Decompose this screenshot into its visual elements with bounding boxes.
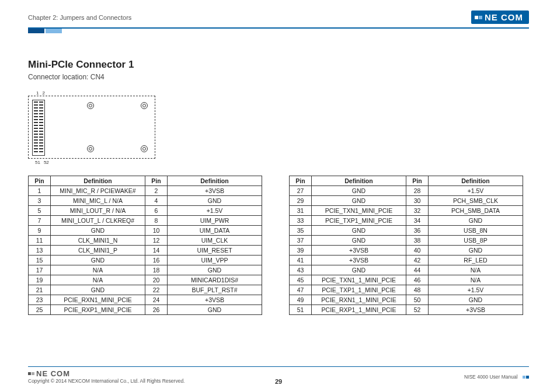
definition-cell: MINICARD1DIS#	[168, 275, 262, 285]
definition-cell: PCH_SMB_DATA	[429, 206, 523, 216]
definition-cell: GND	[312, 236, 406, 246]
pin-cell: 52	[406, 305, 429, 315]
diagram-top-labels: 12	[36, 90, 529, 96]
pin-cell: 48	[406, 285, 429, 295]
pin-cell: 26	[145, 305, 168, 315]
definition-cell: N/A	[51, 275, 145, 285]
table-row: 23PCIE_RXN1_MINI_PCIE24+3VSB	[29, 295, 262, 305]
definition-cell: +1.5V	[429, 186, 523, 196]
table-row: 29GND30PCH_SMB_CLK	[290, 196, 523, 206]
pin-cell: 42	[406, 256, 429, 265]
table-row: 25PCIE_RXP1_MINI_PCIE26GND	[29, 305, 262, 315]
pin-cell: 49	[290, 295, 312, 305]
definition-cell: PCIE_TXP1_1_MINI_PCIE	[312, 285, 406, 295]
definition-cell: GND	[168, 265, 262, 275]
pin-table-left: Pin Definition Pin Definition 1MINI_MIC_…	[28, 176, 262, 315]
pin-cell: 24	[145, 295, 168, 305]
pin-label: 51	[35, 160, 40, 165]
pin-cell: 32	[406, 206, 429, 216]
definition-cell: +3VSB	[168, 186, 262, 196]
connector-icon	[32, 100, 45, 156]
table-row: 51PCIE_RXP1_1_MINI_PCIE52+3VSB	[290, 305, 523, 315]
definition-cell: GND	[429, 295, 523, 305]
th-def: Definition	[312, 176, 406, 186]
definition-cell: USB_8P	[429, 236, 523, 246]
table-row: 17N/A18GND	[29, 265, 262, 275]
pin-cell: 23	[29, 295, 51, 305]
table-row: 49PCIE_RXN1_1_MINI_PCIE50GND	[290, 295, 523, 305]
mounting-hole-icon	[87, 145, 94, 152]
definition-cell: RF_LED	[429, 256, 523, 265]
pin-cell: 9	[29, 226, 51, 236]
pin-cell: 19	[29, 275, 51, 285]
logo-square-icon	[479, 16, 482, 19]
definition-cell: +3VSB	[168, 295, 262, 305]
pin-cell: 14	[145, 246, 168, 256]
pin-label: 2	[42, 90, 48, 96]
pin-cell: 45	[290, 275, 312, 285]
th-pin: Pin	[145, 176, 168, 186]
definition-cell: GND	[312, 265, 406, 275]
definition-cell: UIM_CLK	[168, 236, 262, 246]
pin-cell: 41	[290, 256, 312, 265]
table-row: 9GND10UIM_DATA	[29, 226, 262, 236]
table-row: 33PCIE_TXP1_MINI_PCIE34GND	[290, 216, 523, 226]
chapter-title: Chapter 2: Jumpers and Connectors	[28, 14, 131, 21]
diagram-bottom-labels: 5152	[35, 160, 529, 165]
page-header: Chapter 2: Jumpers and Connectors NE COM	[28, 10, 529, 26]
table-row: 11CLK_MINI1_N12UIM_CLK	[29, 236, 262, 246]
th-def: Definition	[429, 176, 523, 186]
table-row: 47PCIE_TXP1_1_MINI_PCIE48+1.5V	[290, 285, 523, 295]
brand-logo: NE COM	[471, 10, 529, 24]
pin-cell: 37	[290, 236, 312, 246]
pin-cell: 30	[406, 196, 429, 206]
th-def: Definition	[168, 176, 262, 186]
pin-cell: 5	[29, 206, 51, 216]
logo-square-icon	[28, 372, 31, 375]
pin-cell: 6	[145, 206, 168, 216]
brand-text: NE COM	[36, 369, 70, 378]
pin-cell: 34	[406, 216, 429, 226]
definition-cell: N/A	[51, 265, 145, 275]
definition-cell: GND	[429, 246, 523, 256]
definition-cell: PCIE_RXN1_MINI_PCIE	[51, 295, 145, 305]
definition-cell: PCIE_TXN1_1_MINI_PCIE	[312, 275, 406, 285]
table-row: 27GND28+1.5V	[290, 186, 523, 196]
pin-cell: 35	[290, 226, 312, 236]
footer-logo: NE COM	[28, 369, 70, 378]
pin-cell: 29	[290, 196, 312, 206]
table-row: 3MINI_MIC_L / N/A4GND	[29, 196, 262, 206]
pin-cell: 44	[406, 265, 429, 275]
pin-cell: 38	[406, 236, 429, 246]
definition-cell: N/A	[429, 265, 523, 275]
table-row: 7MINI_LOUT_L / CLKREQ#8UIM_PWR	[29, 216, 262, 226]
definition-cell: UIM_DATA	[168, 226, 262, 236]
pin-cell: 36	[406, 226, 429, 236]
pin-label: 52	[44, 160, 49, 165]
table-row: 43GND44N/A	[290, 265, 523, 275]
pin-cell: 46	[406, 275, 429, 285]
pin-cell: 43	[290, 265, 312, 275]
pin-cell: 4	[145, 196, 168, 206]
definition-cell: USB_8N	[429, 226, 523, 236]
pin-table-right: Pin Definition Pin Definition 27GND28+1.…	[289, 176, 523, 315]
pin-cell: 15	[29, 256, 51, 265]
definition-cell: GND	[429, 216, 523, 226]
diagram-outline	[28, 96, 155, 159]
pin-cell: 16	[145, 256, 168, 265]
table-row: 1MINI_MIC_R / PCIEWAKE#2+3VSB	[29, 186, 262, 196]
definition-cell: UIM_VPP	[168, 256, 262, 265]
logo-square-icon	[32, 372, 34, 375]
definition-cell: GND	[51, 285, 145, 295]
table-row: 35GND36USB_8N	[290, 226, 523, 236]
pin-cell: 17	[29, 265, 51, 275]
definition-cell: PCIE_RXN1_1_MINI_PCIE	[312, 295, 406, 305]
definition-cell: +3VSB	[429, 305, 523, 315]
table-row: 45PCIE_TXN1_1_MINI_PCIE46N/A	[290, 275, 523, 285]
mounting-hole-icon	[87, 102, 94, 109]
pin-cell: 31	[290, 206, 312, 216]
table-row: 31PCIE_TXN1_MINI_PCIE32PCH_SMB_DATA	[290, 206, 523, 216]
definition-cell: PCH_SMB_CLK	[429, 196, 523, 206]
page-footer: NE COM Copyright © 2014 NEXCOM Internati…	[28, 366, 529, 384]
pin-cell: 21	[29, 285, 51, 295]
